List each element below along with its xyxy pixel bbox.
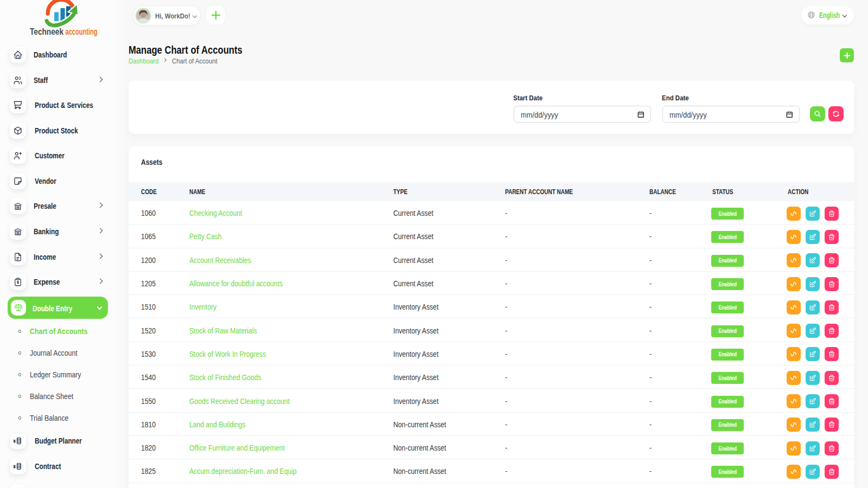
svg-text:$: $ [14,465,16,469]
svg-text:$: $ [14,439,16,444]
svg-text:accounting: accounting [66,27,98,36]
svg-text:Techneek: Techneek [30,27,64,36]
